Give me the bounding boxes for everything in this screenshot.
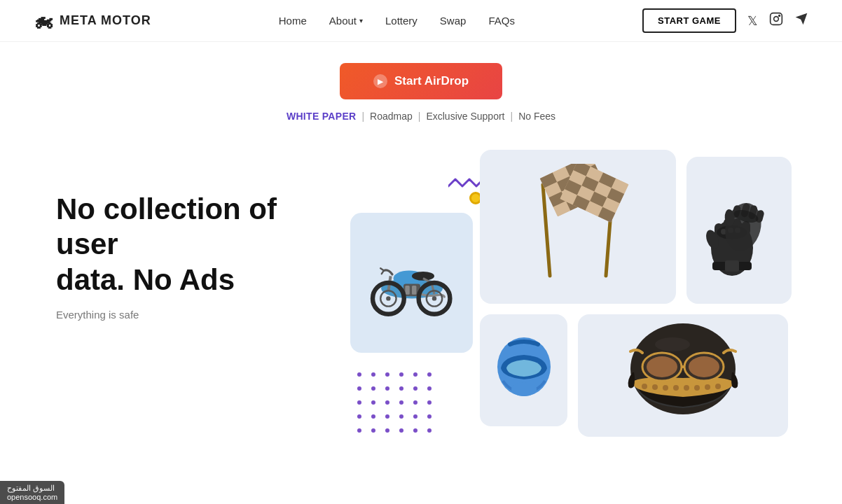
helmet-small-card — [480, 314, 567, 426]
deco-dots — [357, 372, 436, 437]
nav-item-about[interactable]: About — [329, 15, 363, 27]
exclusive-support-link[interactable]: Exclusive Support — [426, 111, 504, 122]
no-fees-link[interactable]: No Fees — [518, 111, 555, 122]
hero-section: ▶ Start AirDrop WHITE PAPER | Roadmap | … — [0, 42, 842, 122]
svg-line-15 — [543, 185, 550, 276]
gloves-card — [686, 157, 792, 304]
svg-rect-8 — [412, 286, 416, 295]
svg-point-1 — [774, 17, 779, 22]
svg-point-84 — [689, 356, 719, 377]
twitter-icon[interactable]: 𝕏 — [747, 13, 758, 29]
separator-2: | — [418, 111, 421, 122]
separator-3: | — [510, 111, 513, 122]
main-subtext: Everything is safe — [56, 309, 336, 321]
watermark: السوق المفتوح opensooq.com — [0, 481, 64, 504]
svg-point-73 — [642, 384, 647, 389]
white-paper-link[interactable]: WHITE PAPER — [287, 111, 357, 122]
airdrop-button-label: Start AirDrop — [394, 74, 469, 88]
nav-link-lottery[interactable]: Lottery — [385, 15, 417, 27]
nav-link-home[interactable]: Home — [279, 15, 307, 27]
svg-point-82 — [647, 356, 677, 377]
nav-right: START GAME 𝕏 — [642, 8, 808, 33]
svg-point-85 — [655, 337, 690, 351]
main-heading: No collection of user data. No Ads — [56, 192, 336, 298]
svg-point-75 — [663, 385, 668, 391]
watermark-line2: opensooq.com — [7, 493, 57, 501]
svg-rect-58 — [725, 260, 739, 272]
watermark-line1: السوق المفتوح — [7, 484, 57, 493]
airdrop-button[interactable]: ▶ Start AirDrop — [340, 63, 502, 99]
telegram-icon[interactable] — [794, 12, 808, 29]
flags-card — [480, 150, 676, 304]
helmet-big-card — [578, 314, 788, 437]
svg-point-14 — [432, 296, 436, 300]
nav-item-lottery[interactable]: Lottery — [385, 15, 417, 27]
motorcycle-card — [350, 213, 473, 353]
logo[interactable]: 🏍 META MOTOR — [34, 9, 151, 32]
main-content: No collection of user data. No Ads Every… — [0, 122, 842, 486]
svg-rect-0 — [771, 13, 782, 25]
nav-item-faqs[interactable]: FAQs — [488, 15, 515, 27]
helmet-small-image — [492, 332, 555, 409]
svg-point-78 — [694, 385, 700, 391]
roadmap-link[interactable]: Roadmap — [370, 111, 413, 122]
motorcycle-image — [356, 227, 468, 339]
nav-link-about[interactable]: About — [329, 15, 363, 27]
hero-links: WHITE PAPER | Roadmap | Exclusive Suppor… — [287, 111, 555, 122]
nav-links: Home About Lottery Swap FAQs — [279, 15, 515, 27]
airdrop-button-icon: ▶ — [373, 74, 387, 88]
svg-point-11 — [386, 296, 390, 300]
svg-point-2 — [779, 15, 780, 17]
flags-image — [501, 164, 655, 290]
svg-point-80 — [715, 384, 721, 389]
navbar: 🏍 META MOTOR Home About Lottery Swap FAQ… — [0, 0, 842, 42]
svg-point-77 — [684, 385, 689, 391]
logo-text: META MOTOR — [60, 13, 151, 28]
nav-link-swap[interactable]: Swap — [440, 15, 467, 27]
instagram-icon[interactable] — [769, 12, 783, 29]
logo-icon: 🏍 — [34, 9, 54, 32]
nav-item-swap[interactable]: Swap — [440, 15, 467, 27]
svg-point-79 — [705, 384, 710, 390]
illustration-area — [350, 150, 800, 458]
hero-text: No collection of user data. No Ads Every… — [56, 150, 336, 321]
svg-rect-7 — [405, 286, 409, 295]
helmet-big-image — [599, 323, 767, 428]
gloves-image — [697, 171, 781, 290]
svg-point-74 — [652, 384, 658, 390]
nav-link-faqs[interactable]: FAQs — [488, 15, 515, 27]
separator-1: | — [361, 111, 364, 122]
svg-point-71 — [511, 382, 537, 396]
nav-item-home[interactable]: Home — [279, 15, 307, 27]
start-game-button[interactable]: START GAME — [642, 8, 736, 33]
svg-point-76 — [673, 385, 679, 391]
